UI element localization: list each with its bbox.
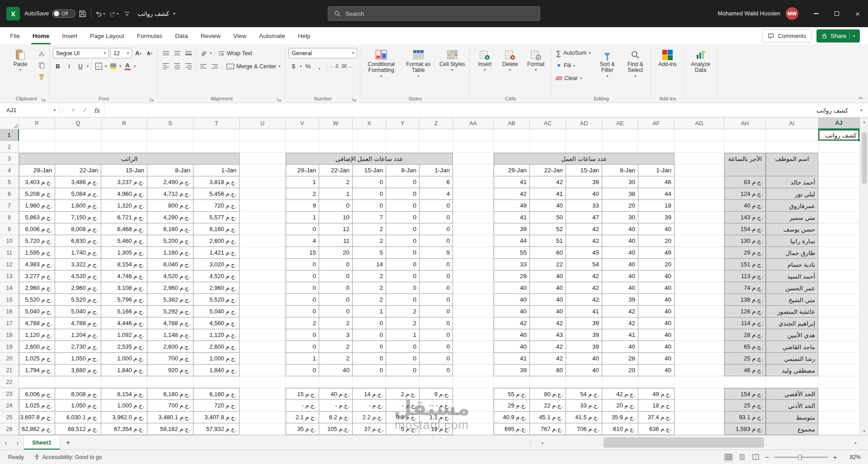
- row-header-23[interactable]: 23: [0, 388, 19, 400]
- cell[interactable]: 3,403 ج.م.: [19, 176, 55, 188]
- cell[interactable]: 0: [386, 176, 420, 188]
- cell[interactable]: 59,162 ج.م.: [147, 423, 193, 435]
- cell[interactable]: 42: [494, 317, 530, 329]
- cell[interactable]: 4,520 ج.م.: [193, 270, 240, 282]
- column-header-Z[interactable]: Z: [420, 118, 453, 129]
- cell[interactable]: 14 ج.م.: [353, 388, 386, 400]
- cell[interactable]: 0: [286, 365, 319, 376]
- ribbon-tab-insert[interactable]: Insert: [56, 27, 84, 44]
- cell[interactable]: [240, 388, 286, 400]
- cell[interactable]: 695 ج.م.: [494, 423, 530, 435]
- number-format-select[interactable]: General ▾: [288, 48, 357, 58]
- cell[interactable]: 54 ج.م.: [566, 388, 602, 400]
- cell[interactable]: 41: [602, 329, 638, 341]
- cell[interactable]: 15-Jan: [566, 165, 602, 176]
- cell[interactable]: 2: [353, 235, 386, 247]
- normal-view-button[interactable]: [723, 453, 733, 462]
- cell[interactable]: 0: [420, 341, 453, 353]
- cell[interactable]: 7: [353, 212, 386, 223]
- cell[interactable]: 0: [386, 270, 420, 282]
- cell[interactable]: 2,600 ج.م.: [193, 341, 240, 353]
- cell[interactable]: 28: [602, 353, 638, 365]
- cell[interactable]: 29-Jan: [19, 165, 55, 176]
- cell[interactable]: هدي الأمين: [766, 329, 818, 341]
- cell[interactable]: 2: [319, 317, 353, 329]
- cell[interactable]: 18 ج.م.: [638, 400, 675, 412]
- cell[interactable]: [453, 153, 494, 165]
- save-button[interactable]: [75, 7, 89, 20]
- cell[interactable]: 3,322 ج.م.: [55, 259, 101, 270]
- cell[interactable]: 0: [420, 329, 453, 341]
- cell[interactable]: [602, 129, 638, 141]
- zoom-level[interactable]: 82%: [842, 454, 861, 460]
- cell[interactable]: 3,407.8 ج.م.: [193, 412, 240, 423]
- cell[interactable]: 0: [420, 353, 453, 365]
- cell[interactable]: [453, 212, 494, 223]
- column-header-V[interactable]: V: [286, 118, 319, 129]
- cell[interactable]: 3,237 ج.م.: [101, 176, 147, 188]
- cell[interactable]: 0: [386, 282, 420, 294]
- cell[interactable]: 41: [494, 353, 530, 365]
- cell[interactable]: [353, 376, 386, 388]
- cell[interactable]: 5,382 ج.م.: [147, 294, 193, 306]
- cell[interactable]: 44: [494, 235, 530, 247]
- sheet-tab-sheet1[interactable]: Sheet1: [24, 436, 60, 450]
- cell[interactable]: أحمد السيد: [766, 270, 818, 282]
- cell[interactable]: 38: [602, 188, 638, 200]
- cell[interactable]: [675, 282, 724, 294]
- ribbon-tab-help[interactable]: Help: [292, 27, 317, 44]
- cell[interactable]: 42: [530, 341, 566, 353]
- cell[interactable]: 6,468 ج.م.: [101, 223, 147, 235]
- cell[interactable]: 57,932 ج.م.: [193, 423, 240, 435]
- cell[interactable]: 5,200 ج.م.: [147, 235, 193, 247]
- cell[interactable]: 46 ج.م.: [724, 365, 766, 376]
- row-header-26[interactable]: 26: [0, 423, 19, 435]
- cell[interactable]: 0: [286, 306, 319, 317]
- cell[interactable]: 29: [494, 270, 530, 282]
- cell[interactable]: 9: [420, 247, 453, 259]
- cell[interactable]: 0: [386, 294, 420, 306]
- cell[interactable]: [19, 129, 55, 141]
- cell[interactable]: 1,740 ج.م.: [55, 247, 101, 259]
- cell[interactable]: 0: [319, 259, 353, 270]
- cell[interactable]: [55, 376, 101, 388]
- cell[interactable]: 8-Jan: [386, 165, 420, 176]
- cell[interactable]: 2,535 ج.م.: [101, 341, 147, 353]
- cell[interactable]: 40: [638, 306, 675, 317]
- confirm-entry-button[interactable]: ✓: [80, 105, 90, 116]
- alignment-dialog-launcher[interactable]: [277, 97, 281, 101]
- ribbon-tab-formulas[interactable]: Formulas: [131, 27, 169, 44]
- cell[interactable]: 11: [319, 235, 353, 247]
- cell[interactable]: 39: [566, 341, 602, 353]
- cell[interactable]: 22 ج.م.: [530, 400, 566, 412]
- cell[interactable]: [766, 129, 818, 141]
- cell[interactable]: [353, 141, 386, 153]
- cell[interactable]: 1,120 ج.م.: [19, 329, 55, 341]
- decrease-indent-button[interactable]: [198, 62, 208, 71]
- cell[interactable]: 5,084 ج.م.: [55, 188, 101, 200]
- cell[interactable]: 2: [319, 341, 353, 353]
- cell[interactable]: 40.9 ج.م.: [494, 412, 530, 423]
- underline-button[interactable]: U: [75, 62, 85, 71]
- cell[interactable]: 6: [420, 176, 453, 188]
- insert-function-button[interactable]: fx: [91, 105, 102, 116]
- cell[interactable]: 0: [353, 188, 386, 200]
- cell[interactable]: [818, 423, 860, 435]
- cell[interactable]: 37.4 ج.م.: [638, 412, 675, 423]
- cell[interactable]: 0: [420, 212, 453, 223]
- cell[interactable]: 93.1 ج.م.: [724, 412, 766, 423]
- cell[interactable]: 40: [530, 270, 566, 282]
- cell[interactable]: [675, 141, 724, 153]
- cell[interactable]: عمر الحسن: [766, 282, 818, 294]
- cell[interactable]: 42 ج.م.: [602, 388, 638, 400]
- cell[interactable]: 40: [638, 270, 675, 282]
- percent-style-button[interactable]: %: [303, 62, 313, 71]
- cell[interactable]: [675, 200, 724, 212]
- cell[interactable]: [602, 141, 638, 153]
- cell[interactable]: [55, 141, 101, 153]
- cell[interactable]: 22: [530, 259, 566, 270]
- cell[interactable]: - ج.م.: [319, 400, 353, 412]
- cell[interactable]: 8,008 ج.م.: [55, 223, 101, 235]
- cell[interactable]: 5,520 ج.م.: [19, 294, 55, 306]
- cell[interactable]: 10: [319, 212, 353, 223]
